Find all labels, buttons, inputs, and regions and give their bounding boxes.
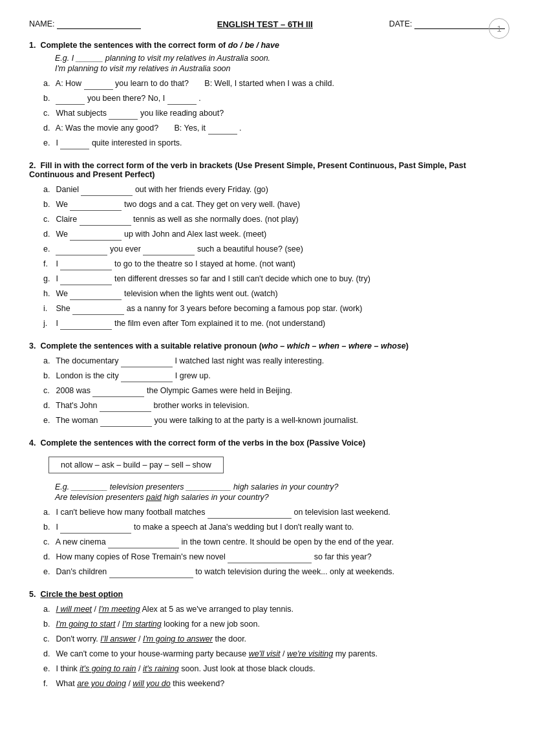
list-item: b. you been there? No, I . [43, 92, 505, 105]
q2b-blank [70, 202, 122, 211]
list-item: e. I quite interested in sports. [43, 136, 505, 149]
q4a-blank [208, 510, 292, 519]
list-item: b. I to make a speech at Jana's wedding … [43, 521, 505, 534]
q4-example-answer: Are television presenters paid high sala… [29, 493, 505, 502]
list-item: d. A: Was the movie any good? B: Yes, it… [43, 122, 505, 135]
q3e-blank [100, 418, 152, 427]
q1-example: E.g. I ______ planning to visit my relat… [29, 54, 505, 63]
list-item: b. London is the city I grew up. [43, 369, 505, 382]
page-badge: 1 [489, 18, 509, 39]
q3d-blank [100, 403, 151, 412]
date-label: DATE: [389, 19, 412, 28]
list-item: e. I think it's going to rain / it's rai… [43, 662, 505, 675]
list-item: e. you ever such a beautiful house? (see… [43, 243, 505, 255]
q3-title: 3. Complete the sentences with a suitabl… [29, 341, 505, 351]
page-header: NAME: ENGLISH TEST – 6TH III DATE: [29, 19, 505, 29]
q1c-blank1 [109, 111, 138, 120]
list-item: f. What are you doing / will you do this… [43, 677, 505, 690]
q1b-blank2 [167, 96, 197, 105]
verb-box: not allow – ask – build – pay – sell – s… [48, 457, 224, 473]
q2d-blank [70, 232, 122, 241]
q4d-blank [228, 554, 312, 563]
list-item: b. I'm going to start / I'm starting loo… [43, 618, 505, 631]
list-item: e. Dan's children to watch television du… [43, 565, 505, 578]
list-item: j. I the film even after Tom explained i… [43, 317, 505, 330]
q1-list: a. A: How you learn to do that? B: Well,… [29, 77, 505, 149]
q2c-blank [80, 217, 131, 226]
q4b-blank [60, 524, 131, 534]
list-item: c. Don't worry. I'll answer / I'm going … [43, 632, 505, 645]
q4-example: E.g. ________ television presenters ____… [29, 482, 505, 491]
name-blank [57, 19, 141, 29]
list-item: a. I can't believe how many football mat… [43, 506, 505, 519]
question-5: 5. Circle the best option a. I will meet… [29, 590, 505, 690]
q4-title: 4. Complete the sentences with the corre… [29, 438, 505, 448]
q1b-blank1 [56, 96, 85, 105]
list-item: a. The documentary I watched last night … [43, 354, 505, 367]
list-item: h. We television when the lights went ou… [43, 287, 505, 300]
date-field: DATE: [389, 19, 505, 29]
q2a-blank [81, 187, 133, 196]
question-2: 2. Fill in with the correct form of the … [29, 161, 505, 330]
list-item: i. She as a nanny for 3 years before bec… [43, 302, 505, 315]
list-item: c. A new cinema in the town centre. It s… [43, 535, 505, 548]
q2j-blank [60, 321, 112, 330]
q4-list: a. I can't believe how many football mat… [29, 506, 505, 578]
question-3: 3. Complete the sentences with a suitabl… [29, 341, 505, 427]
q2-list: a. Daniel out with her friends every Fri… [29, 183, 505, 330]
q2e-blank2 [143, 246, 195, 255]
q2i-blank [72, 306, 124, 315]
q3-list: a. The documentary I watched last night … [29, 354, 505, 427]
q2e-blank1 [56, 246, 107, 255]
q1e-blank1 [60, 140, 89, 149]
list-item: c. Claire tennis as well as she normally… [43, 213, 505, 226]
q3a-blank [121, 358, 173, 367]
list-item: d. We can't come to your house-warming p… [43, 647, 505, 660]
q1-example-answer: I'm planning to visit my relatives in Au… [29, 64, 505, 73]
list-item: e. The woman you were talking to at the … [43, 414, 505, 427]
test-title: ENGLISH TEST – 6TH III [217, 19, 313, 29]
q5-list: a. I will meet / I'm meeting Alex at 5 a… [29, 603, 505, 690]
list-item: c. What subjects you like reading about? [43, 107, 505, 120]
name-label: NAME: [29, 19, 55, 28]
q2-title: 2. Fill in with the correct form of the … [29, 161, 505, 179]
name-field: NAME: [29, 19, 141, 29]
q1-title: 1. Complete the sentences with the corre… [29, 41, 505, 50]
list-item: d. That's John brother works in televisi… [43, 399, 505, 412]
q1d-blank1 [208, 125, 237, 135]
question-4: 4. Complete the sentences with the corre… [29, 438, 505, 578]
q2h-blank [70, 291, 122, 300]
q5-title: 5. Circle the best option [29, 590, 505, 599]
q2g-blank [60, 276, 112, 285]
q2f-blank [60, 261, 112, 270]
list-item: d. How many copies of Rose Tremain's new… [43, 550, 505, 563]
list-item: b. We two dogs and a cat. They get on ve… [43, 198, 505, 211]
list-item: a. A: How you learn to do that? B: Well,… [43, 77, 505, 90]
list-item: g. I ten different dresses so far and I … [43, 272, 505, 285]
list-item: d. We up with John and Alex last week. (… [43, 228, 505, 241]
q3b-blank [121, 373, 173, 382]
q4c-blank [108, 539, 179, 548]
list-item: f. I to go to the theatre so I stayed at… [43, 257, 505, 270]
q1a-blank1 [84, 81, 113, 90]
list-item: c. 2008 was the Olympic Games were held … [43, 384, 505, 397]
question-1: 1. Complete the sentences with the corre… [29, 41, 505, 149]
q4e-blank [109, 569, 193, 578]
list-item: a. Daniel out with her friends every Fri… [43, 183, 505, 196]
list-item: a. I will meet / I'm meeting Alex at 5 a… [43, 603, 505, 616]
q3c-blank [92, 388, 144, 397]
